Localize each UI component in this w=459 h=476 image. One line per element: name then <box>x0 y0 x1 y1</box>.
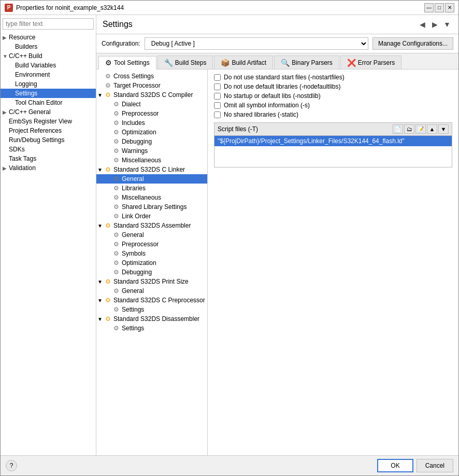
tab-build_artifact[interactable]: 📦Build Artifact <box>214 55 273 69</box>
tree-item-logging[interactable]: Logging <box>1 79 96 89</box>
window-controls: — □ ✕ <box>424 3 454 12</box>
st-item-debugging_assembler[interactable]: ⚙Debugging <box>96 268 207 277</box>
tree-item-ccpp_general[interactable]: ▶C/C++ General <box>1 107 96 117</box>
st-item-optimization_assembler[interactable]: ⚙Optimization <box>96 258 207 268</box>
tree-item-resource[interactable]: ▶Resource <box>1 33 96 42</box>
checkbox-no_default_libs[interactable] <box>214 83 221 90</box>
move-down-button[interactable]: ▼ <box>438 124 449 134</box>
cancel-button[interactable]: Cancel <box>417 459 453 472</box>
tree-item-environment[interactable]: Environment <box>1 70 96 79</box>
config-select[interactable]: Debug [ Active ] <box>145 37 368 50</box>
checkbox-no_start_files[interactable] <box>214 74 221 81</box>
help-button[interactable]: ? <box>6 460 17 471</box>
tree-item-build_variables[interactable]: Build Variables <box>1 61 96 70</box>
st-item-std_s32ds_print_size[interactable]: ▼⚙Standard S32DS Print Size <box>96 277 207 286</box>
tree-label-environment: Environment <box>15 71 50 78</box>
st-item-includes[interactable]: ⚙Includes <box>96 118 207 128</box>
tree-arrow-resource: ▶ <box>3 35 9 40</box>
st-label-settings_disassembler: Settings <box>122 325 144 332</box>
tree-label-ccpp_general: C/C++ General <box>9 108 51 116</box>
st-item-std_s32ds_c_linker[interactable]: ▼⚙Standard S32DS C Linker <box>96 165 207 174</box>
tree-item-sdks[interactable]: SDKs <box>1 145 96 154</box>
script-files-actions: 📄 🗂 📝 ▲ ▼ <box>393 124 449 134</box>
st-item-symbols[interactable]: ⚙Symbols <box>96 249 207 258</box>
st-item-general_linker[interactable]: ⚙General <box>96 174 207 184</box>
tree-item-tool_chain_editor[interactable]: Tool Chain Editor <box>1 98 96 107</box>
ok-button[interactable]: OK <box>377 459 413 472</box>
checkbox-row-no_startup_libs: No startup or default libs (-nostdlib) <box>214 92 452 100</box>
filter-input[interactable] <box>3 18 94 30</box>
tab-error_parsers[interactable]: ❌Error Parsers <box>340 55 401 69</box>
st-item-dialect[interactable]: ⚙Dialect <box>96 100 207 109</box>
st-item-shared_library_settings[interactable]: ⚙Shared Library Settings <box>96 202 207 212</box>
tree-item-validation[interactable]: ▶Validation <box>1 163 96 173</box>
st-label-dialect: Dialect <box>122 101 141 108</box>
st-item-target_processor[interactable]: ⚙Target Processor <box>96 81 207 90</box>
st-item-libraries[interactable]: ⚙Libraries <box>96 184 207 193</box>
st-item-warnings[interactable]: ⚙Warnings <box>96 146 207 156</box>
script-files-header: Script files (-T) 📄 🗂 📝 ▲ ▼ <box>214 123 452 136</box>
checkbox-no_startup_libs[interactable] <box>214 93 221 100</box>
main-window: P Properties for noinit_example_s32k144 … <box>0 0 459 476</box>
forward-button[interactable]: ▶ <box>429 19 440 30</box>
minimize-button[interactable]: — <box>424 3 434 12</box>
tree-item-embsys_register[interactable]: EmbSys Register View <box>1 117 96 126</box>
tab-label-binary_parsers: Binary Parsers <box>292 59 333 66</box>
add-variable-button[interactable]: 📝 <box>415 124 426 134</box>
tab-label-build_steps: Build Steps <box>175 59 207 66</box>
st-arrow-std_s32ds_c_linker: ▼ <box>97 167 104 173</box>
tree-item-settings[interactable]: Settings <box>1 89 96 98</box>
st-item-link_order[interactable]: ⚙Link Order <box>96 212 207 221</box>
st-icon-general_linker: ⚙ <box>112 175 120 183</box>
tree-item-ccpp_build[interactable]: ▼C/C++ Build <box>1 51 96 61</box>
st-item-std_s32ds_c_compiler[interactable]: ▼⚙Standard S32DS C Compiler <box>96 90 207 100</box>
tab-binary_parsers[interactable]: 🔍Binary Parsers <box>274 55 339 69</box>
main-content: ▶ResourceBuilders▼C/C++ BuildBuild Varia… <box>1 15 458 455</box>
tab-tool_settings[interactable]: ⚙Tool Settings <box>98 56 156 69</box>
st-item-debugging[interactable]: ⚙Debugging <box>96 137 207 146</box>
add-workspace-button[interactable]: 🗂 <box>404 124 414 134</box>
st-item-std_s32ds_c_preprocessor[interactable]: ▼⚙Standard S32DS C Preprocessor <box>96 296 207 305</box>
title-bar: P Properties for noinit_example_s32k144 … <box>1 1 458 15</box>
close-button[interactable]: ✕ <box>445 3 454 12</box>
tree-item-task_tags[interactable]: Task Tags <box>1 154 96 163</box>
tab-build_steps[interactable]: 🔧Build Steps <box>157 55 213 69</box>
st-item-std_s32ds_assembler[interactable]: ▼⚙Standard S32DS Assembler <box>96 221 207 230</box>
tree-label-settings: Settings <box>15 90 37 97</box>
tree-item-run_debug_settings[interactable]: Run/Debug Settings <box>1 135 96 145</box>
move-up-button[interactable]: ▲ <box>427 124 437 134</box>
checkbox-omit_symbol_info[interactable] <box>214 102 221 109</box>
tree-arrow-ccpp_general: ▶ <box>3 109 9 115</box>
st-item-preprocessor_assembler[interactable]: ⚙Preprocessor <box>96 240 207 249</box>
manage-configurations-button[interactable]: Manage Configurations... <box>372 37 453 50</box>
st-icon-debugging: ⚙ <box>112 138 120 145</box>
st-label-settings_preprocessor: Settings <box>122 306 144 313</box>
st-item-settings_disassembler[interactable]: ⚙Settings <box>96 324 207 333</box>
st-item-preprocessor[interactable]: ⚙Preprocessor <box>96 109 207 118</box>
maximize-button[interactable]: □ <box>435 3 444 12</box>
checkbox-no_shared_libs[interactable] <box>214 111 221 118</box>
st-item-miscellaneous_compiler[interactable]: ⚙Miscellaneous <box>96 156 207 165</box>
st-label-target_processor: Target Processor <box>113 82 161 89</box>
st-label-debugging: Debugging <box>122 138 152 145</box>
st-label-std_s32ds_c_linker: Standard S32DS C Linker <box>113 166 185 173</box>
st-label-std_s32ds_print_size: Standard S32DS Print Size <box>113 278 189 285</box>
st-item-general_print_size[interactable]: ⚙General <box>96 286 207 296</box>
tree-item-project_references[interactable]: Project References <box>1 126 96 135</box>
tab-icon-build_steps: 🔧 <box>164 59 173 67</box>
menu-button[interactable]: ▼ <box>442 19 452 30</box>
st-item-std_s32ds_disassembler[interactable]: ▼⚙Standard S32DS Disassembler <box>96 314 207 324</box>
back-button[interactable]: ◀ <box>417 19 427 30</box>
script-file-item-sf1[interactable]: "${ProjDirPath}/Project_Settings/Linker_… <box>214 136 452 146</box>
st-item-settings_preprocessor[interactable]: ⚙Settings <box>96 305 207 314</box>
st-item-cross_settings[interactable]: ⚙Cross Settings <box>96 72 207 81</box>
tree-label-builders: Builders <box>15 43 37 50</box>
st-item-miscellaneous_linker[interactable]: ⚙Miscellaneous <box>96 193 207 202</box>
st-item-general_assembler[interactable]: ⚙General <box>96 230 207 240</box>
st-label-std_s32ds_c_compiler: Standard S32DS C Compiler <box>113 91 193 99</box>
st-icon-settings_disassembler: ⚙ <box>112 325 120 332</box>
tree-item-builders[interactable]: Builders <box>1 42 96 51</box>
st-item-optimization[interactable]: ⚙Optimization <box>96 128 207 137</box>
tree-label-resource: Resource <box>9 34 35 41</box>
add-file-button[interactable]: 📄 <box>393 124 403 134</box>
